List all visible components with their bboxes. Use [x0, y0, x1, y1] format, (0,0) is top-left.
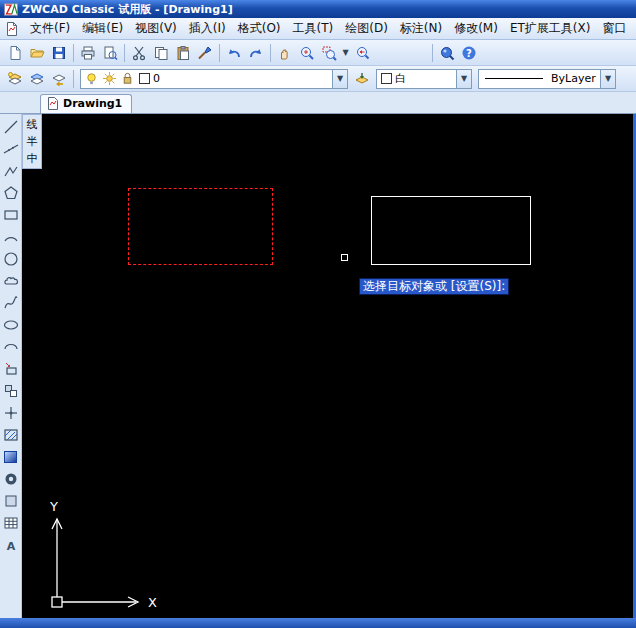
paste-icon	[175, 45, 191, 61]
linetype-combo[interactable]: ByLayer ▼	[478, 69, 616, 89]
help-icon: ?	[461, 45, 477, 61]
floating-button-3[interactable]: 中	[23, 150, 41, 167]
rectangle-tool[interactable]	[1, 205, 21, 225]
find-button[interactable]	[436, 42, 458, 64]
paste-button[interactable]	[172, 42, 194, 64]
help-button[interactable]: ?	[458, 42, 480, 64]
zoom-realtime-button[interactable]	[296, 42, 318, 64]
title-bar[interactable]: ZWCAD Classic 试用版 - [Drawing1]	[0, 0, 636, 18]
standard-toolbar: ▼ ?	[0, 40, 636, 66]
make-object-layer-current-button[interactable]	[351, 68, 373, 90]
selected-rectangle[interactable]	[128, 188, 273, 265]
tab-label: Drawing1	[63, 97, 122, 110]
line-tool[interactable]	[1, 117, 21, 137]
toolbar-separator	[432, 44, 433, 62]
zoom-previous-button[interactable]	[351, 42, 373, 64]
zoom-realtime-icon	[299, 45, 315, 61]
drawing-canvas[interactable]: 线 半 中 选择目标对象或 [设置(S)]: Y X	[22, 114, 633, 618]
floating-button-1[interactable]: 线	[23, 116, 41, 133]
menu-insert[interactable]: 插入(I)	[183, 18, 232, 39]
menu-dimension[interactable]: 标注(N)	[394, 18, 448, 39]
toolbar-separator	[219, 44, 220, 62]
revision-cloud-tool[interactable]	[1, 271, 21, 291]
menu-et-tools[interactable]: ET扩展工具(X)	[504, 18, 597, 39]
ellipse-tool[interactable]	[1, 315, 21, 335]
pan-button[interactable]	[274, 42, 296, 64]
svg-text:?: ?	[466, 48, 472, 59]
cut-icon	[131, 45, 147, 61]
new-button[interactable]	[4, 42, 26, 64]
copy-icon	[153, 45, 169, 61]
undo-icon	[226, 45, 242, 61]
plot-button[interactable]	[77, 42, 99, 64]
toolbar-separator	[73, 44, 74, 62]
match-properties-icon	[197, 45, 213, 61]
undo-button[interactable]	[223, 42, 245, 64]
properties-toolbar: 0 ▼ 白 ▼ ByLayer ▼	[0, 66, 636, 92]
table-tool[interactable]	[1, 513, 21, 533]
preview-icon	[102, 45, 118, 61]
redo-button[interactable]	[245, 42, 267, 64]
svg-text:A: A	[6, 540, 15, 553]
cut-button[interactable]	[128, 42, 150, 64]
toolbar-separator	[270, 44, 271, 62]
zwcad-logo-icon	[4, 3, 18, 16]
spline-tool[interactable]	[1, 293, 21, 313]
print-preview-button[interactable]	[99, 42, 121, 64]
make-block-tool[interactable]	[1, 381, 21, 401]
layer-states-icon	[29, 71, 45, 87]
menu-file[interactable]: 文件(F)	[24, 18, 76, 39]
layer-combo-caret[interactable]: ▼	[332, 70, 347, 88]
layer-previous-icon	[51, 71, 67, 87]
zoom-window-icon	[321, 45, 337, 61]
target-rectangle[interactable]	[371, 196, 531, 265]
menu-view[interactable]: 视图(V)	[129, 18, 183, 39]
ucs-y-label: Y	[49, 499, 58, 514]
menu-draw[interactable]: 绘图(D)	[339, 18, 394, 39]
redo-icon	[248, 45, 264, 61]
zoom-window-button[interactable]	[318, 42, 340, 64]
color-combo[interactable]: 白 ▼	[376, 69, 472, 89]
arc-tool[interactable]	[1, 227, 21, 247]
color-combo-caret[interactable]: ▼	[456, 70, 471, 88]
menu-tools[interactable]: 工具(T)	[287, 18, 340, 39]
donut-tool[interactable]	[1, 469, 21, 489]
multiline-text-tool[interactable]: A	[1, 535, 21, 555]
layer-combo[interactable]: 0 ▼	[80, 69, 348, 89]
layer-previous-button[interactable]	[48, 68, 70, 90]
floating-button-2[interactable]: 半	[23, 133, 41, 150]
save-button[interactable]	[48, 42, 70, 64]
menu-bar: 文件(F) 编辑(E) 视图(V) 插入(I) 格式(O) 工具(T) 绘图(D…	[0, 18, 636, 40]
linetype-combo-caret[interactable]: ▼	[600, 70, 615, 88]
construction-line-tool[interactable]	[1, 139, 21, 159]
hatch-tool[interactable]	[1, 425, 21, 445]
gradient-icon	[4, 451, 17, 463]
zwcad-window: ZWCAD Classic 试用版 - [Drawing1] 文件(F) 编辑(…	[0, 0, 636, 628]
match-properties-button[interactable]	[194, 42, 216, 64]
circle-tool[interactable]	[1, 249, 21, 269]
ucs-icon: Y X	[40, 489, 180, 614]
open-button[interactable]	[26, 42, 48, 64]
point-tool[interactable]	[1, 403, 21, 423]
zoom-flyout-caret[interactable]: ▼	[340, 42, 351, 64]
polyline-tool[interactable]	[1, 161, 21, 181]
menu-modify[interactable]: 修改(M)	[448, 18, 504, 39]
region-tool[interactable]	[1, 491, 21, 511]
layer-properties-button[interactable]	[4, 68, 26, 90]
copy-button[interactable]	[150, 42, 172, 64]
current-color-swatch	[381, 73, 392, 84]
tab-drawing1[interactable]: Drawing1	[40, 94, 132, 113]
ellipse-arc-tool[interactable]	[1, 337, 21, 357]
menu-edit[interactable]: 编辑(E)	[76, 18, 129, 39]
pickbox-cursor	[341, 254, 348, 261]
polygon-tool[interactable]	[1, 183, 21, 203]
insert-block-tool[interactable]	[1, 359, 21, 379]
layer-states-button[interactable]	[26, 68, 48, 90]
window-bottom-edge	[0, 618, 636, 628]
layer-value: 0	[150, 72, 163, 85]
menu-window[interactable]: 窗口	[596, 18, 632, 39]
layer-properties-icon	[7, 71, 23, 87]
gradient-tool[interactable]	[1, 447, 21, 467]
menu-format[interactable]: 格式(O)	[232, 18, 287, 39]
pan-icon	[277, 45, 293, 61]
